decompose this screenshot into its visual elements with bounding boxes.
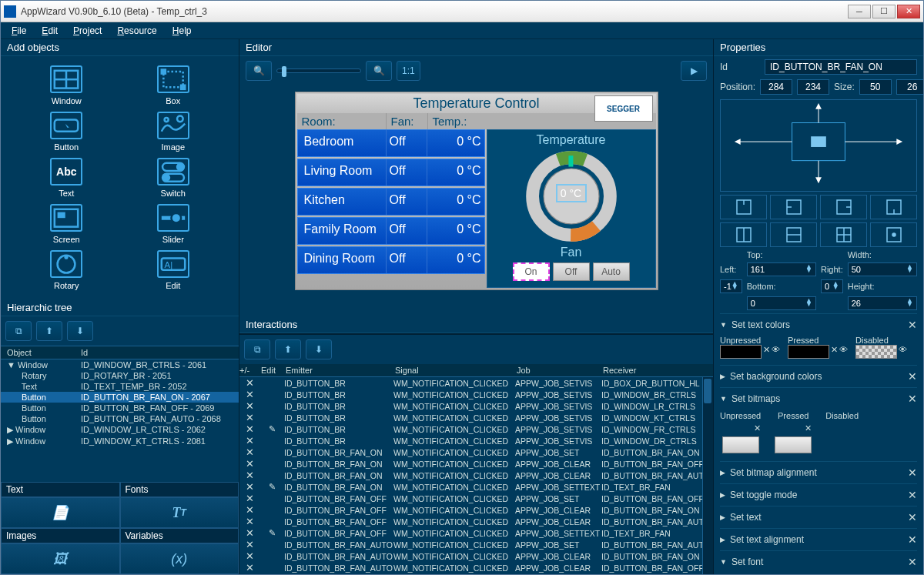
left-field[interactable]: -1▲▼: [720, 279, 742, 293]
tree-row[interactable]: ▶ WindowID_WINDOW_KT_CTRLS - 2081: [1, 436, 239, 447]
interaction-row[interactable]: ✕ID_BUTTON_BR_FAN_OFFWM_NOTIFICATION_CLI…: [239, 504, 713, 516]
interaction-row[interactable]: ✕ID_BUTTON_BRWM_NOTIFICATION_CLICKEDAPPW…: [239, 412, 713, 423]
room-row[interactable]: KitchenOff0 °C: [297, 188, 485, 216]
set-text-align-header[interactable]: ▶Set text alignment✕: [720, 532, 917, 547]
tree-rows[interactable]: ▼ WindowID_WINDOW_BR_CTRLS - 2061 Rotary…: [1, 359, 239, 447]
int-copy-button[interactable]: ⧉: [244, 339, 270, 359]
titlebar[interactable]: AppWizard V0.90b_6.10 (Beta) - Temp_ctrl…: [1, 1, 923, 22]
align-5[interactable]: [720, 222, 767, 247]
rotary-dial[interactable]: 0 °C: [525, 150, 618, 242]
align-2[interactable]: [770, 195, 817, 219]
int-down-button[interactable]: ⬇: [306, 339, 332, 359]
interaction-row[interactable]: ✕ID_BUTTON_BRWM_NOTIFICATION_CLICKEDAPPW…: [239, 435, 713, 446]
addobj-rotary[interactable]: [50, 250, 82, 278]
int-col-emitter[interactable]: Emitter: [284, 366, 393, 375]
tree-row[interactable]: TextID_TEXT_TEMP_BR - 2052: [1, 381, 239, 392]
tree-row[interactable]: ButtonID_BUTTON_BR_FAN_OFF - 2069: [1, 403, 239, 413]
pressed-color[interactable]: [788, 345, 829, 359]
tree-row[interactable]: ButtonID_BUTTON_BR_FAN_AUTO - 2068: [1, 413, 239, 424]
align-1[interactable]: [720, 195, 767, 219]
up-button[interactable]: ⬆: [36, 321, 62, 341]
addobj-window[interactable]: [50, 65, 82, 93]
res-fonts-button[interactable]: TT: [120, 497, 239, 528]
menu-file[interactable]: File: [4, 24, 34, 38]
zoom-reset-button[interactable]: 1:1: [397, 61, 420, 81]
res-vars-button[interactable]: (x): [120, 543, 239, 574]
down-button[interactable]: ⬇: [67, 321, 93, 341]
height-field[interactable]: 26▲▼: [848, 296, 917, 310]
interaction-row[interactable]: ✕ID_BUTTON_BR_FAN_OFFWM_NOTIFICATION_CLI…: [239, 493, 713, 504]
size-h-field[interactable]: [896, 79, 923, 95]
addobj-slider[interactable]: [157, 204, 189, 232]
bitmap-pressed[interactable]: [775, 436, 812, 453]
zoom-out-button[interactable]: 🔍: [246, 61, 272, 81]
interactions-rows[interactable]: ✕ID_BUTTON_BRWM_NOTIFICATION_CLICKEDAPPW…: [239, 377, 713, 574]
top-field[interactable]: 161▲▼: [747, 262, 816, 276]
width-field[interactable]: 50▲▼: [848, 262, 917, 276]
anchor-diagram[interactable]: [720, 99, 917, 192]
size-w-field[interactable]: [859, 79, 892, 95]
pos-y-field[interactable]: [797, 79, 829, 95]
interaction-row[interactable]: ✕ID_BUTTON_BRWM_NOTIFICATION_CLICKEDAPPW…: [239, 400, 713, 412]
right-field[interactable]: 0▲▼: [821, 279, 843, 293]
interaction-row[interactable]: ✕ID_BUTTON_BR_FAN_AUTOWM_NOTIFICATION_CL…: [239, 539, 713, 550]
addobj-box[interactable]: [157, 65, 189, 93]
interaction-row[interactable]: ✕ID_BUTTON_BR_FAN_ONWM_NOTIFICATION_CLIC…: [239, 470, 713, 481]
menu-resource[interactable]: Resource: [109, 24, 164, 38]
room-row[interactable]: Family RoomOff0 °C: [297, 217, 485, 245]
align-6[interactable]: [770, 222, 817, 247]
room-row[interactable]: Living RoomOff0 °C: [297, 159, 485, 186]
set-toggle-header[interactable]: ▶Set toggle mode✕: [720, 487, 917, 503]
interaction-row[interactable]: ✕✎ID_BUTTON_BR_FAN_AUTOWM_NOTIFICATION_C…: [239, 573, 713, 574]
set-bg-colors-header[interactable]: ▶Set background colors✕: [720, 369, 917, 384]
fan-off-button[interactable]: Off: [553, 262, 590, 281]
int-col-del[interactable]: +/-: [239, 366, 259, 375]
addobj-switch[interactable]: [157, 158, 189, 186]
menu-help[interactable]: Help: [165, 24, 199, 38]
addobj-button[interactable]: [50, 112, 82, 139]
tree-row[interactable]: ▼ WindowID_WINDOW_BR_CTRLS - 2061: [1, 359, 239, 370]
align-3[interactable]: [820, 195, 867, 219]
interactions-scrollbar[interactable]: [702, 377, 713, 574]
interaction-row[interactable]: ✕ID_BUTTON_BR_FAN_ONWM_NOTIFICATION_CLIC…: [239, 446, 713, 458]
set-text-header[interactable]: ▶Set text✕: [720, 510, 917, 525]
interaction-row[interactable]: ✕ID_BUTTON_BR_FAN_AUTOWM_NOTIFICATION_CL…: [239, 562, 713, 573]
align-7[interactable]: [820, 222, 867, 247]
int-col-receiver[interactable]: Receiver: [601, 366, 713, 375]
unpressed-color[interactable]: [720, 345, 762, 359]
res-images-button[interactable]: 🖼: [1, 543, 120, 574]
pos-x-field[interactable]: [760, 79, 792, 95]
addobj-screen[interactable]: [50, 204, 82, 232]
copy-button[interactable]: ⧉: [5, 321, 32, 341]
menu-project[interactable]: Project: [65, 24, 109, 38]
id-field[interactable]: [765, 59, 917, 75]
zoom-in-button[interactable]: 🔍: [366, 61, 392, 81]
tree-col-id[interactable]: Id: [81, 348, 88, 357]
interaction-row[interactable]: ✕ID_BUTTON_BR_FAN_AUTOWM_NOTIFICATION_CL…: [239, 550, 713, 562]
interaction-row[interactable]: ✕✎ID_BUTTON_BR_FAN_OFFWM_NOTIFICATION_CL…: [239, 527, 713, 539]
play-button[interactable]: ▶: [681, 61, 707, 81]
interaction-row[interactable]: ✕ID_BUTTON_BRWM_NOTIFICATION_CLICKEDAPPW…: [239, 389, 713, 400]
close-button[interactable]: ✕: [897, 5, 920, 18]
tree-row[interactable]: ButtonID_BUTTON_BR_FAN_ON - 2067: [1, 392, 239, 403]
tree-col-object[interactable]: Object: [4, 348, 81, 357]
addobj-image[interactable]: [157, 112, 189, 139]
set-bitmap-align-header[interactable]: ▶Set bitmap alignment✕: [720, 465, 917, 480]
bitmap-unpressed[interactable]: [722, 436, 759, 453]
interaction-row[interactable]: ✕ID_BUTTON_BR_FAN_OFFWM_NOTIFICATION_CLI…: [239, 516, 713, 527]
addobj-text[interactable]: Abc: [50, 158, 82, 186]
minimize-button[interactable]: ─: [848, 5, 871, 18]
fan-auto-button[interactable]: Auto: [593, 262, 630, 281]
canvas-area[interactable]: Temperature Control SEGGER Room: Fan: Te…: [239, 85, 713, 316]
menu-edit[interactable]: Edit: [34, 24, 65, 38]
addobj-edit[interactable]: A|: [157, 250, 189, 278]
zoom-slider[interactable]: [276, 69, 361, 73]
set-font-header[interactable]: ▼Set font✕: [720, 554, 917, 570]
fan-on-button[interactable]: On: [513, 262, 550, 281]
tree-row[interactable]: ▶ WindowID_WINDOW_LR_CTRLS - 2062: [1, 424, 239, 436]
int-col-signal[interactable]: Signal: [393, 366, 515, 375]
interaction-row[interactable]: ✕✎ID_BUTTON_BR_FAN_ONWM_NOTIFICATION_CLI…: [239, 481, 713, 493]
int-col-job[interactable]: Job: [515, 366, 601, 375]
set-text-colors-header[interactable]: ▼Set text colors✕: [720, 317, 917, 333]
set-bitmaps-header[interactable]: ▼Set bitmaps✕: [720, 391, 917, 406]
